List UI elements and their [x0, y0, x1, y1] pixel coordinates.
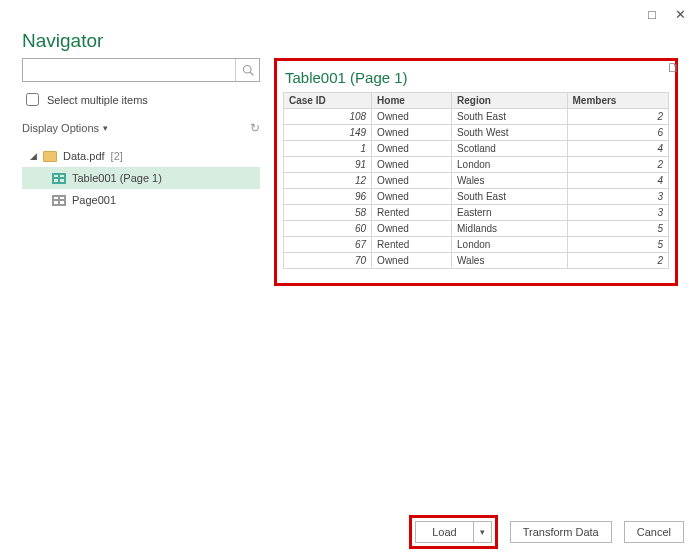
search-input[interactable]: [23, 59, 235, 81]
table-cell: 12: [284, 173, 372, 189]
table-cell: 91: [284, 157, 372, 173]
table-row[interactable]: 12OwnedWales4: [284, 173, 669, 189]
table-row[interactable]: 96OwnedSouth East3: [284, 189, 669, 205]
cancel-button[interactable]: Cancel: [624, 521, 684, 543]
table-cell: 5: [567, 237, 668, 253]
table-cell: 60: [284, 221, 372, 237]
table-cell: Rented: [372, 205, 452, 221]
table-cell: 3: [567, 205, 668, 221]
preview-refresh-icon[interactable]: 🗋: [667, 60, 680, 75]
table-cell: 1: [284, 141, 372, 157]
table-row[interactable]: 60OwnedMidlands5: [284, 221, 669, 237]
column-header[interactable]: Case ID: [284, 93, 372, 109]
table-cell: London: [452, 157, 568, 173]
search-icon[interactable]: [235, 59, 259, 81]
table-cell: 2: [567, 157, 668, 173]
table-cell: Wales: [452, 173, 568, 189]
table-cell: 4: [567, 141, 668, 157]
load-button[interactable]: Load: [415, 521, 473, 543]
table-cell: Eastern: [452, 205, 568, 221]
tree-item-table001-page-1-[interactable]: Table001 (Page 1): [22, 167, 260, 189]
table-row[interactable]: 70OwnedWales2: [284, 253, 669, 269]
table-cell: South East: [452, 189, 568, 205]
preview-table: Case IDHomeRegionMembers 108OwnedSouth E…: [283, 92, 669, 269]
display-options-dropdown[interactable]: Display Options ▾: [22, 122, 108, 134]
table-cell: South West: [452, 125, 568, 141]
table-row[interactable]: 149OwnedSouth West6: [284, 125, 669, 141]
preview-panel: Table001 (Page 1) Case IDHomeRegionMembe…: [274, 58, 678, 286]
table-cell: 58: [284, 205, 372, 221]
table-cell: Owned: [372, 173, 452, 189]
chevron-down-icon: ▾: [103, 123, 108, 133]
table-cell: 5: [567, 221, 668, 237]
table-row[interactable]: 1OwnedScotland4: [284, 141, 669, 157]
svg-point-0: [243, 66, 251, 74]
table-cell: Owned: [372, 221, 452, 237]
tree-item-page001[interactable]: Page001: [22, 189, 260, 211]
collapse-icon: ◢: [30, 151, 37, 161]
table-cell: Owned: [372, 157, 452, 173]
search-input-wrap: [22, 58, 260, 82]
page-title: Navigator: [0, 28, 700, 58]
table-cell: Rented: [372, 237, 452, 253]
column-header[interactable]: Members: [567, 93, 668, 109]
table-icon: [52, 173, 66, 184]
refresh-icon[interactable]: ↻: [250, 121, 260, 135]
table-cell: Owned: [372, 125, 452, 141]
tree-root[interactable]: ◢ Data.pdf [2]: [22, 145, 260, 167]
table-cell: 6: [567, 125, 668, 141]
table-cell: Owned: [372, 109, 452, 125]
table-cell: 67: [284, 237, 372, 253]
table-row[interactable]: 91OwnedLondon2: [284, 157, 669, 173]
table-cell: 149: [284, 125, 372, 141]
tree-item-label: Page001: [72, 194, 116, 206]
transform-data-button[interactable]: Transform Data: [510, 521, 612, 543]
tree-root-label: Data.pdf: [63, 150, 105, 162]
select-multiple-label: Select multiple items: [47, 94, 148, 106]
tree-root-count: [2]: [111, 150, 123, 162]
column-header[interactable]: Home: [372, 93, 452, 109]
table-cell: London: [452, 237, 568, 253]
table-row[interactable]: 108OwnedSouth East2: [284, 109, 669, 125]
svg-line-1: [250, 72, 253, 75]
table-cell: 108: [284, 109, 372, 125]
table-row[interactable]: 67RentedLondon5: [284, 237, 669, 253]
table-cell: 2: [567, 253, 668, 269]
column-header[interactable]: Region: [452, 93, 568, 109]
table-cell: Midlands: [452, 221, 568, 237]
table-cell: Wales: [452, 253, 568, 269]
sheet-icon: [52, 195, 66, 206]
table-cell: 4: [567, 173, 668, 189]
table-cell: 2: [567, 109, 668, 125]
table-cell: Scotland: [452, 141, 568, 157]
help-icon[interactable]: □: [638, 7, 666, 22]
chevron-down-icon: ▾: [480, 527, 485, 537]
table-cell: 3: [567, 189, 668, 205]
table-cell: 96: [284, 189, 372, 205]
table-cell: Owned: [372, 189, 452, 205]
table-cell: Owned: [372, 253, 452, 269]
close-icon[interactable]: ✕: [666, 7, 694, 22]
select-multiple-checkbox[interactable]: [26, 93, 39, 106]
table-row[interactable]: 58RentedEastern3: [284, 205, 669, 221]
load-dropdown-button[interactable]: ▾: [474, 521, 492, 543]
folder-icon: [43, 151, 57, 162]
preview-title: Table001 (Page 1): [285, 69, 669, 86]
table-cell: 70: [284, 253, 372, 269]
tree-item-label: Table001 (Page 1): [72, 172, 162, 184]
table-cell: South East: [452, 109, 568, 125]
load-button-group: Load ▾: [409, 515, 497, 549]
table-cell: Owned: [372, 141, 452, 157]
